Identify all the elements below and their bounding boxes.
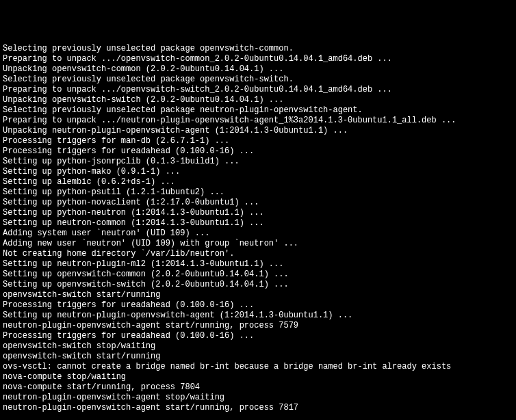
- terminal-line: nova-compute stop/waiting: [3, 372, 513, 382]
- terminal-line: Unpacking neutron-plugin-openvswitch-age…: [3, 126, 513, 136]
- terminal-line: neutron-plugin-openvswitch-agent start/r…: [3, 321, 513, 331]
- terminal-line: openvswitch-switch stop/waiting: [3, 341, 513, 352]
- terminal-line: Setting up neutron-plugin-openvswitch-ag…: [3, 311, 513, 321]
- terminal-line: Selecting previously unselected package …: [3, 105, 513, 116]
- terminal-line: Processing triggers for ureadahead (0.10…: [3, 146, 513, 157]
- terminal-line: Processing triggers for ureadahead (0.10…: [3, 300, 513, 311]
- terminal-line: Setting up python-jsonrpclib (0.1.3-1bui…: [3, 157, 513, 167]
- terminal-line: Processing triggers for ureadahead (0.10…: [3, 331, 513, 341]
- terminal-line: Preparing to unpack .../openvswitch-swit…: [3, 85, 513, 95]
- terminal-line: openvswitch-switch start/running: [3, 352, 513, 362]
- terminal-line: Setting up openvswitch-common (2.0.2-0ub…: [3, 270, 513, 280]
- terminal-output: Selecting previously unselected package …: [3, 44, 513, 413]
- terminal-line: Selecting previously unselected package …: [3, 44, 513, 54]
- terminal-line: Unpacking openvswitch-switch (2.0.2-0ubu…: [3, 95, 513, 105]
- terminal-line: openvswitch-switch start/running: [3, 290, 513, 300]
- terminal-line: Preparing to unpack .../openvswitch-comm…: [3, 54, 513, 64]
- terminal-line: Setting up alembic (0.6.2+ds-1) ...: [3, 177, 513, 187]
- terminal-line: Setting up python-psutil (1.2.1-1ubuntu2…: [3, 187, 513, 198]
- terminal-line: Adding new user `neutron' (UID 109) with…: [3, 239, 513, 249]
- terminal-line: Processing triggers for man-db (2.6.7.1-…: [3, 136, 513, 146]
- terminal-line: neutron-plugin-openvswitch-agent stop/wa…: [3, 393, 513, 403]
- terminal-line: nova-compute start/running, process 7804: [3, 382, 513, 393]
- terminal-line: Setting up neutron-plugin-ml2 (1:2014.1.…: [3, 259, 513, 270]
- terminal-line: Setting up neutron-common (1:2014.1.3-0u…: [3, 218, 513, 228]
- terminal-line: Setting up python-novaclient (1:2.17.0-0…: [3, 198, 513, 208]
- terminal-line: neutron-plugin-openvswitch-agent start/r…: [3, 403, 513, 413]
- terminal-line: Adding system user `neutron' (UID 109) .…: [3, 228, 513, 239]
- terminal-line: Not creating home directory `/var/lib/ne…: [3, 249, 513, 259]
- terminal-line: Setting up openvswitch-switch (2.0.2-0ub…: [3, 280, 513, 290]
- terminal-line: Setting up python-mako (0.9.1-1) ...: [3, 167, 513, 177]
- terminal-line: Selecting previously unselected package …: [3, 75, 513, 85]
- terminal-line: Setting up python-neutron (1:2014.1.3-0u…: [3, 208, 513, 218]
- terminal-line: Unpacking openvswitch-common (2.0.2-0ubu…: [3, 64, 513, 75]
- terminal-line: Preparing to unpack .../neutron-plugin-o…: [3, 116, 513, 126]
- terminal-line: ovs-vsctl: cannot create a bridge named …: [3, 362, 513, 372]
